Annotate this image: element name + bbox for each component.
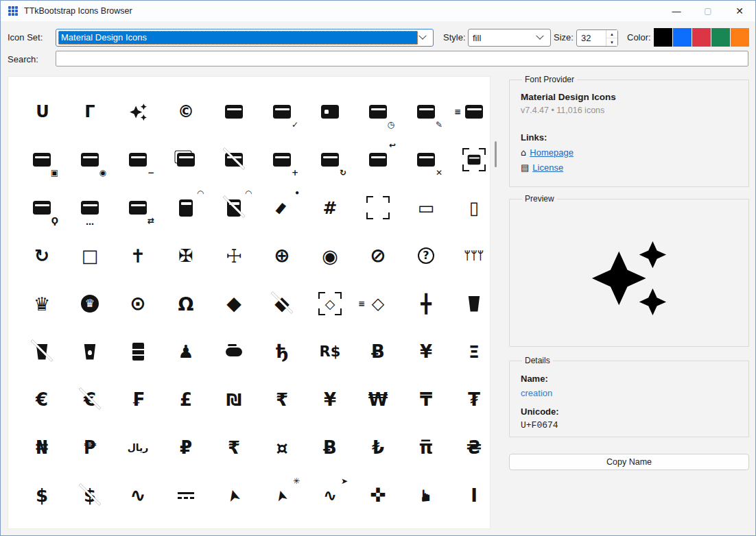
grid-icon-currency-eur-off[interactable]: €	[66, 376, 114, 424]
grid-icon-cube-off[interactable]: ◆	[258, 280, 306, 328]
grid-icon-currency-kzt[interactable]: ₸	[402, 376, 450, 424]
grid-icon-crosshairs-off[interactable]: ⊘	[354, 232, 402, 280]
grid-icon-cursor-default[interactable]: ➤	[210, 472, 258, 520]
grid-icon-currency-usd[interactable]: $	[18, 472, 66, 520]
grid-icon-credit-card-scan[interactable]	[450, 136, 491, 184]
spin-down-button[interactable]: ▼	[606, 38, 617, 46]
grid-icon-currency-usd-off[interactable]: $	[66, 472, 114, 520]
grid-icon-currency-brl[interactable]: R$	[306, 328, 354, 376]
grid-icon-cursor-pointer[interactable]: ☛	[402, 472, 450, 520]
grid-icon-currency-jpy[interactable]: ¥	[306, 376, 354, 424]
grid-icon-currency-cny[interactable]: ¥	[402, 328, 450, 376]
grid-icon-crop-rotate[interactable]: ↻	[18, 232, 66, 280]
grid-icon-credit-card-wireless-off[interactable]: ◠	[210, 184, 258, 232]
grid-icon-credit-card-minus[interactable]: −	[114, 136, 162, 184]
spin-up-button[interactable]: ▲	[606, 30, 617, 38]
grid-icon-crown[interactable]: ♛	[18, 280, 66, 328]
color-swatch-blue[interactable]	[673, 28, 692, 47]
color-swatch-green[interactable]	[711, 28, 730, 47]
grid-icon-currency-sign[interactable]: ¤	[258, 424, 306, 472]
grid-icon-crane[interactable]: Г	[66, 88, 114, 136]
grid-icon-current-dc[interactable]	[162, 472, 210, 520]
grid-icon-crop-landscape[interactable]: ▭	[402, 184, 450, 232]
grid-icon-currency-uah[interactable]: ₴	[450, 424, 491, 472]
grid-icon-currency-btc[interactable]: Ƀ	[354, 328, 402, 376]
grid-icon-cursor-move[interactable]: ✜	[354, 472, 402, 520]
grid-icon-cricket[interactable]: ▮•	[258, 184, 306, 232]
style-combobox[interactable]: fill	[468, 29, 551, 47]
grid-icon-cross-bolnisi[interactable]: ✠	[162, 232, 210, 280]
grid-icon-cross-celtic[interactable]: ☩	[210, 232, 258, 280]
grid-icon-currency-gbp[interactable]: £	[162, 376, 210, 424]
grid-icon-credit-card-chip[interactable]	[306, 88, 354, 136]
grid-icon-cradle[interactable]: Ս	[18, 88, 66, 136]
grid-icon-credit-card-refund[interactable]: ↩	[354, 136, 402, 184]
grid-icon-credit-card-clock[interactable]: ◷	[354, 88, 402, 136]
grid-icon-credit-card-settings[interactable]: ⋯	[66, 184, 114, 232]
grid-icon-currency-inr[interactable]: ₹	[258, 376, 306, 424]
grid-icon-crowd[interactable]: ᛘᛘᛘ	[450, 232, 491, 280]
grid-icon-cursor-text[interactable]: Ⅰ	[450, 472, 491, 520]
grid-icon-cursor-default-gesture[interactable]: ∿➤	[306, 472, 354, 520]
grid-icon-cupboard[interactable]	[114, 328, 162, 376]
icon-set-combobox[interactable]: Material Design Icons	[56, 29, 434, 47]
grid-icon-credit-card-off[interactable]	[210, 136, 258, 184]
size-spinbox[interactable]: 32 ▲ ▼	[576, 29, 618, 47]
grid-icon-cryengine[interactable]: ⊙	[114, 280, 162, 328]
grid-icon-credit-card-check[interactable]: ✓	[258, 88, 306, 136]
license-link[interactable]: License	[532, 162, 563, 173]
grid-icon-currency-rub[interactable]: ₽	[162, 424, 210, 472]
close-button[interactable]: ✕	[724, 1, 755, 21]
grid-icon-credit-card-multiple[interactable]	[162, 136, 210, 184]
color-swatch-red[interactable]	[692, 28, 711, 47]
grid-icon-credit-card-sync[interactable]: ⇄	[114, 184, 162, 232]
grid-icon-crosshairs-question[interactable]: ?	[402, 232, 450, 280]
grid-icon-credit-card-lock[interactable]: ▣	[18, 136, 66, 184]
grid-icon-currency-krw[interactable]: ₩	[354, 376, 402, 424]
grid-icon-currency-eth[interactable]: Ξ	[450, 328, 491, 376]
grid-icon-cross[interactable]: ✝	[114, 232, 162, 280]
homepage-link[interactable]: Homepage	[530, 147, 574, 158]
grid-icon-crosshairs[interactable]: ⊕	[258, 232, 306, 280]
grid-icon-curling[interactable]	[210, 328, 258, 376]
grid-icon-credit-card-refresh[interactable]: ↻	[306, 136, 354, 184]
color-swatch-orange[interactable]	[731, 28, 749, 47]
grid-icon-cursor-default-click[interactable]: ➤✳	[258, 472, 306, 520]
grid-icon-currency-rial[interactable]: ریال	[114, 424, 162, 472]
grid-icon-credit-card-fast[interactable]: ≡	[450, 88, 491, 136]
grid-icon-currency-eur[interactable]: €	[18, 376, 66, 424]
grid-icon-credit-card-wireless[interactable]: ◠	[162, 184, 210, 232]
grid-icon-crosshairs-gps[interactable]: ◉	[306, 232, 354, 280]
grid-icon-credit-card-remove[interactable]: ✕	[402, 136, 450, 184]
grid-icon-creative-commons[interactable]: ©	[162, 88, 210, 136]
grid-icon-currency-bdt[interactable]: ђ	[258, 328, 306, 376]
copy-name-button[interactable]: Copy Name	[509, 454, 749, 470]
grid-icon-credit-card-plus[interactable]: +	[258, 136, 306, 184]
grid-icon-currency-try[interactable]: ₺	[354, 424, 402, 472]
maximize-button[interactable]: ▢	[692, 1, 724, 21]
grid-icon-credit-card-edit[interactable]: ✎	[402, 88, 450, 136]
grid-icon-cube-scan[interactable]: ◇	[306, 280, 354, 328]
grid-icon-currency-php[interactable]: ₱	[66, 424, 114, 472]
scrollbar-thumb[interactable]	[495, 141, 497, 167]
grid-icon-crystal-ball[interactable]: Ω	[162, 280, 210, 328]
grid-icon-crop-square[interactable]: □	[66, 232, 114, 280]
grid-icon-credit-card-search[interactable]: Ϙ	[18, 184, 66, 232]
grid-icon-currency-thb[interactable]: Ƀ	[306, 424, 354, 472]
grid-icon-currency-fra[interactable]: ₣	[114, 376, 162, 424]
grid-icon-creation[interactable]	[114, 88, 162, 136]
grid-icon-currency-ngn[interactable]: ₦	[18, 424, 66, 472]
grid-icon-crop-free[interactable]	[354, 184, 402, 232]
grid-icon-cube[interactable]: ◆	[210, 280, 258, 328]
grid-icon-currency-twd[interactable]: π̅	[402, 424, 450, 472]
grid-icon-cup-off[interactable]	[18, 328, 66, 376]
grid-icon-cube-unfolded[interactable]: ╋	[402, 280, 450, 328]
grid-icon-currency-rupee[interactable]: ₹	[210, 424, 258, 472]
grid-icon-crop-portrait[interactable]: ▯	[450, 184, 491, 232]
grid-icon-credit-card[interactable]	[210, 88, 258, 136]
vertical-scrollbar[interactable]	[492, 76, 499, 529]
color-swatch-black[interactable]	[654, 28, 672, 47]
grid-icon-currency-mnt[interactable]: ₮	[450, 376, 491, 424]
grid-icon-current-ac[interactable]: ∿	[114, 472, 162, 520]
grid-icon-crown-circle[interactable]: ♛	[66, 280, 114, 328]
